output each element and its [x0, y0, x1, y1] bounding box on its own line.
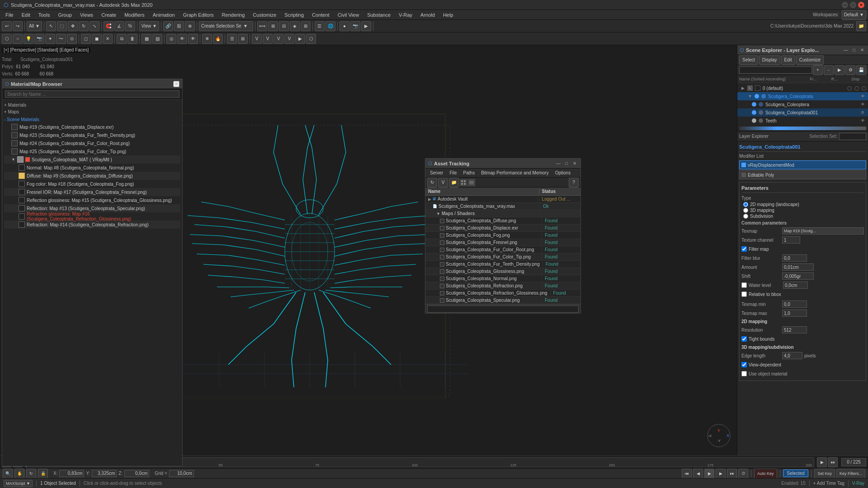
- at-refresh-btn[interactable]: ↻: [427, 178, 437, 188]
- shift-input[interactable]: [782, 272, 814, 280]
- mat-item-24[interactable]: Map #24 (Scutigera_Coleoptrata_Fur_Color…: [4, 139, 180, 147]
- close-button[interactable]: ✕: [858, 2, 864, 8]
- timeline-next[interactable]: ▶: [817, 457, 827, 467]
- normal-align[interactable]: ⊟: [279, 21, 289, 31]
- timeline-next-end[interactable]: ⏭: [828, 457, 838, 467]
- mat-item-19[interactable]: Map #19 (Scutigera_Coleoptrata_Displace.…: [4, 123, 180, 131]
- playback-play[interactable]: ▶: [704, 469, 714, 479]
- menu-graph-editors[interactable]: Graph Editors: [179, 11, 217, 19]
- clone-button[interactable]: ⧉: [117, 34, 127, 44]
- mat-item-vray-mtl[interactable]: ▼ Scutigera_Coleoptrata_MAT ( VRayMtl ): [4, 155, 180, 164]
- undo-button[interactable]: ↩: [2, 21, 12, 31]
- render-setup[interactable]: 📷: [350, 21, 360, 31]
- at-row-specular[interactable]: Scutigera_Coleoptrata_Specular.png Found: [425, 297, 580, 304]
- at-menu-server[interactable]: Server: [427, 169, 446, 176]
- create-geo[interactable]: ⬡: [2, 34, 12, 44]
- at-menu-bitmap[interactable]: Bitmap Performance and Memory: [478, 169, 552, 176]
- create-space-warp[interactable]: 〜: [56, 34, 66, 44]
- texmap-button[interactable]: Map #19 (Scutg...: [782, 227, 864, 235]
- hide-selected[interactable]: 👁: [177, 34, 187, 44]
- at-row-fur-color-tip[interactable]: Scutigera_Coleoptrata_Fur_Color_Tip.png …: [425, 253, 580, 261]
- nav-zoom[interactable]: 🔍: [3, 469, 13, 479]
- mat-item-23[interactable]: Map #23 (Scutigera_Coleoptrata_Fur_Teeth…: [4, 131, 180, 139]
- se-filter-input[interactable]: [739, 66, 812, 74]
- se-select-tab[interactable]: Select: [739, 55, 758, 65]
- se-expand-btn[interactable]: ▶: [835, 65, 844, 75]
- isolate-button[interactable]: ◎: [166, 34, 176, 44]
- bind-button[interactable]: ⊕: [185, 21, 195, 31]
- at-maximize-btn[interactable]: □: [563, 160, 570, 167]
- grid-input[interactable]: [169, 470, 194, 477]
- layer-manager[interactable]: ☰: [315, 21, 325, 31]
- se-selection-set-input[interactable]: [839, 133, 866, 140]
- at-row-refraction-gloss[interactable]: Scutigera_Coleoptrata_Refraction_Glossin…: [425, 290, 580, 297]
- place-highlight[interactable]: ◈: [290, 21, 300, 31]
- minimize-button[interactable]: —: [842, 2, 848, 8]
- mat-sub-diffuse[interactable]: Diffuse: Map #9 (Scutigera_Coleoptrata_D…: [4, 172, 180, 180]
- add-time-tag-btn[interactable]: + Add Time Tag: [813, 481, 844, 486]
- create-camera[interactable]: 📷: [34, 34, 44, 44]
- at-minimize-btn[interactable]: —: [555, 160, 561, 167]
- rotate-tool[interactable]: ↻: [79, 21, 89, 31]
- relative-bbox-checkbox[interactable]: [741, 291, 747, 297]
- menu-help[interactable]: Help: [439, 11, 457, 19]
- se-save-btn[interactable]: 💾: [856, 65, 866, 75]
- view-dependent-checkbox[interactable]: [741, 362, 747, 367]
- tree-row-teeth[interactable]: Teeth 👁: [737, 117, 868, 125]
- vray-toolbar-6[interactable]: ⬡: [306, 34, 316, 44]
- texmap-max-input[interactable]: [782, 310, 807, 317]
- ungroup-button[interactable]: ▧: [152, 34, 162, 44]
- menu-arnold[interactable]: Arnold: [417, 11, 439, 19]
- se-minimize-btn[interactable]: —: [843, 47, 849, 53]
- toggle-ribbon[interactable]: ☰: [227, 34, 237, 44]
- menu-group[interactable]: Group: [54, 11, 75, 19]
- create-helper[interactable]: ✦: [45, 34, 55, 44]
- at-grid-btn[interactable]: [460, 179, 467, 186]
- select-region-tool[interactable]: ⬚: [57, 21, 67, 31]
- menu-create[interactable]: Create: [98, 11, 120, 19]
- mat-item-25[interactable]: Map #25 (Scutigera_Coleoptrata_Fur_Color…: [4, 147, 180, 155]
- edge-length-input[interactable]: [782, 352, 802, 359]
- move-tool[interactable]: ✥: [68, 21, 78, 31]
- mat-sub-fresnel[interactable]: Fresnel IOR: Map #17 (Scutigera_Coleoptr…: [4, 188, 180, 196]
- at-row-displace[interactable]: Scutigera_Coleoptrata_Displace.exr Found: [425, 225, 580, 232]
- at-row-fresnel[interactable]: Scutigera_Coleoptrata_Fresnel.png Found: [425, 239, 580, 246]
- se-config-btn[interactable]: ⚙: [845, 65, 855, 75]
- filter-blur-input[interactable]: [782, 254, 807, 262]
- menu-edit[interactable]: Edit: [18, 11, 34, 19]
- unlink-button[interactable]: ⛓: [174, 21, 184, 31]
- array-button[interactable]: ⊞: [301, 21, 311, 31]
- create-shape[interactable]: ○: [13, 34, 23, 44]
- mod-item-editpoly[interactable]: Editable Poly: [739, 170, 866, 179]
- menu-file[interactable]: File: [2, 11, 17, 19]
- menu-animation[interactable]: Animation: [149, 11, 179, 19]
- at-row-refraction[interactable]: Scutigera_Coleoptrata_Refraction.png Fou…: [425, 282, 580, 290]
- type-3d-radio[interactable]: 3D mapping: [743, 208, 864, 213]
- mat-sub-refgloss[interactable]: Reflection glossiness: Map #15 (Scutiger…: [4, 196, 180, 204]
- view-dropdown[interactable]: View ▼: [139, 21, 159, 31]
- at-close-btn[interactable]: ✕: [571, 160, 578, 167]
- menu-modifiers[interactable]: Modifiers: [121, 11, 148, 19]
- unhide-all[interactable]: 👁: [188, 34, 198, 44]
- at-row-fog[interactable]: Scutigera_Coleoptrata_Fog.png Found: [425, 232, 580, 239]
- type-2d-radio[interactable]: 2D mapping (landscape): [743, 202, 864, 207]
- freeze-selected[interactable]: ❄: [202, 34, 212, 44]
- auto-key-btn[interactable]: Auto Key: [754, 469, 777, 479]
- water-level-input[interactable]: [783, 282, 808, 289]
- mat-materials-section[interactable]: + Materials: [4, 102, 180, 108]
- group-button[interactable]: ▦: [142, 34, 151, 44]
- link-button[interactable]: 🔗: [163, 21, 173, 31]
- at-row-maps-section[interactable]: ▼ Maps / Shaders: [425, 210, 580, 217]
- mat-sub-fog[interactable]: Fog color: Map #18 (Scutigera_Coleoptrat…: [4, 180, 180, 188]
- at-folder-btn[interactable]: 📁: [449, 178, 459, 188]
- delete-button[interactable]: 🗑: [127, 34, 137, 44]
- angle-snap[interactable]: ∡: [114, 21, 124, 31]
- percent-snap[interactable]: %: [125, 21, 135, 31]
- at-row-glossiness[interactable]: Scutigera_Coleoptrata_Glossiness.png Fou…: [425, 268, 580, 275]
- texmap-min-input[interactable]: [782, 300, 807, 308]
- amount-input[interactable]: [782, 263, 814, 271]
- tree-row-scutigera2[interactable]: Scutigera_Coleoptera 👁: [737, 100, 868, 108]
- at-help-btn[interactable]: ?: [569, 178, 579, 188]
- menu-views[interactable]: Views: [76, 11, 97, 19]
- nav-orbit[interactable]: ↻: [26, 469, 36, 479]
